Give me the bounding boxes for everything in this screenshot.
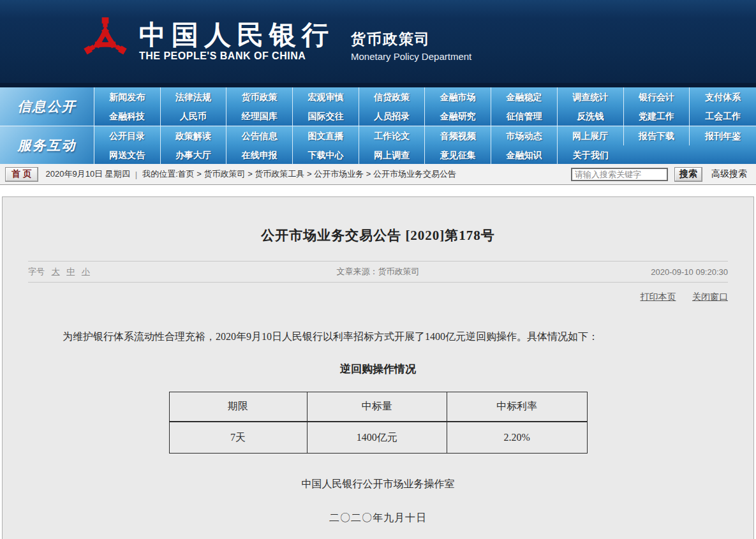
- article-datetime: 2020-09-10 09:20:30: [494, 267, 728, 277]
- table-header-row: 期限 中标量 中标利率: [169, 392, 587, 422]
- nav-item[interactable]: 报告下载: [624, 126, 690, 145]
- article-panel: 公开市场业务交易公告 [2020]第178号 字号 大 中 小 文章来源：货币政…: [2, 196, 754, 539]
- reverse-repo-table: 期限 中标量 中标利率 7天 1400亿元 2.20%: [169, 392, 588, 454]
- nav-section-services: 服务互动 公开目录 政策解读 公告信息 图文直播 工作论文 音频视频 市场动态 …: [0, 126, 756, 164]
- bank-name-en: THE PEOPLE'S BANK OF CHINA: [139, 50, 334, 62]
- site-header: 中国人民银行 THE PEOPLE'S BANK OF CHINA 货币政策司 …: [0, 0, 756, 83]
- article-paragraph: 为维护银行体系流动性合理充裕，2020年9月10日人民银行以利率招标方式开展了1…: [42, 329, 714, 345]
- nav-section-info-disclosure: 信息公开 新闻发布 法律法规 货币政策 宏观审慎 信贷政策 金融市场 金融稳定 …: [0, 87, 756, 126]
- cell-term: 7天: [169, 422, 307, 454]
- cell-rate: 2.20%: [447, 422, 587, 454]
- nav-item[interactable]: 国际交往: [293, 107, 359, 126]
- date-text: 2020年9月10日 星期四: [46, 168, 130, 180]
- nav-item[interactable]: 金融知识: [491, 145, 558, 165]
- table-header-rate: 中标利率: [447, 392, 587, 422]
- nav-item[interactable]: 政策解读: [161, 126, 227, 145]
- table-header-volume: 中标量: [307, 392, 447, 422]
- table-header-term: 期限: [169, 392, 307, 422]
- nav-item[interactable]: 支付体系: [690, 87, 756, 107]
- advanced-search-link[interactable]: 高级搜索: [711, 168, 747, 180]
- nav-label-services[interactable]: 服务互动: [0, 126, 94, 164]
- nav-item[interactable]: 网送文告: [94, 145, 161, 165]
- search-input[interactable]: [571, 168, 668, 181]
- close-window-link[interactable]: 关闭窗口: [692, 292, 728, 302]
- article-signature: 中国人民银行公开市场业务操作室: [3, 478, 753, 491]
- nav-item[interactable]: 金融稳定: [491, 87, 558, 107]
- nav-item[interactable]: 金融市场: [425, 87, 491, 107]
- nav-item[interactable]: 公开目录: [94, 126, 161, 145]
- nav-item[interactable]: 市场动态: [491, 126, 558, 145]
- nav-item[interactable]: 法律法规: [161, 87, 227, 107]
- nav-item[interactable]: 新闻发布: [94, 87, 161, 107]
- table-title: 逆回购操作情况: [3, 362, 753, 376]
- nav-item[interactable]: 工会工作: [690, 107, 756, 126]
- bank-name-cn: 中国人民银行: [139, 21, 334, 49]
- nav-item[interactable]: 在线申报: [226, 145, 293, 165]
- nav-item[interactable]: 下载中心: [293, 145, 359, 165]
- nav-item[interactable]: 征信管理: [491, 107, 558, 126]
- search-button[interactable]: 搜索: [674, 167, 702, 182]
- nav-item[interactable]: 宏观审慎: [293, 87, 359, 107]
- font-size-small-link[interactable]: 小: [82, 267, 90, 276]
- nav-item[interactable]: 关于我们: [558, 145, 624, 165]
- nav-label-info-disclosure[interactable]: 信息公开: [0, 87, 94, 126]
- nav-item[interactable]: 金融研究: [425, 107, 491, 126]
- nav-item[interactable]: 银行会计: [624, 87, 690, 107]
- nav-item[interactable]: 党建工作: [624, 107, 690, 126]
- department-name-cn: 货币政策司: [351, 29, 471, 49]
- nav-item[interactable]: 工作论文: [359, 126, 426, 145]
- nav-item[interactable]: 网上调查: [359, 145, 426, 165]
- page-title: 公开市场业务交易公告 [2020]第178号: [3, 226, 753, 244]
- nav-item[interactable]: 人民币: [161, 107, 227, 126]
- nav-item[interactable]: 报刊年鉴: [690, 126, 756, 145]
- department-name-en: Monetary Policy Department: [351, 51, 471, 62]
- nav-item[interactable]: 音频视频: [425, 126, 491, 145]
- nav-item[interactable]: 金融科技: [94, 107, 161, 126]
- nav-item[interactable]: 调查统计: [558, 87, 624, 107]
- nav-item[interactable]: 人员招录: [359, 107, 426, 126]
- header-divider: [0, 83, 756, 87]
- breadcrumb-toolbar: 首 页 2020年9月10日 星期四 | 我的位置:首页 > 货币政策司 > 货…: [0, 164, 756, 185]
- nav-item[interactable]: 信贷政策: [359, 87, 426, 107]
- toolbar-separator: |: [135, 170, 137, 179]
- font-size-large-link[interactable]: 大: [52, 267, 60, 276]
- print-page-link[interactable]: 打印本页: [641, 292, 676, 302]
- nav-item[interactable]: 反洗钱: [558, 107, 624, 126]
- table-row: 7天 1400亿元 2.20%: [169, 422, 587, 454]
- page-action-links: 打印本页 关闭窗口: [28, 292, 728, 303]
- article-sign-date: 二〇二〇年九月十日: [3, 512, 753, 525]
- breadcrumb: 我的位置:首页 > 货币政策司 > 货币政策工具 > 公开市场业务 > 公开市场…: [142, 168, 456, 180]
- home-button[interactable]: 首 页: [5, 167, 38, 182]
- article-source: 文章来源：货币政策司: [262, 266, 495, 277]
- nav-item[interactable]: 网上展厅: [558, 126, 624, 145]
- nav-item[interactable]: 经理国库: [226, 107, 293, 126]
- font-size-medium-link[interactable]: 中: [66, 267, 75, 276]
- font-size-controls: 字号 大 中 小: [28, 266, 262, 277]
- main-navigation: 信息公开 新闻发布 法律法规 货币政策 宏观审慎 信贷政策 金融市场 金融稳定 …: [0, 87, 756, 164]
- nav-item[interactable]: 公告信息: [226, 126, 293, 145]
- article-meta-row: 字号 大 中 小 文章来源：货币政策司 2020-09-10 09:20:30: [28, 261, 728, 283]
- cell-volume: 1400亿元: [307, 422, 447, 454]
- pboc-logo-icon: [82, 13, 129, 70]
- content-gap: [0, 185, 756, 196]
- nav-item[interactable]: 意见征集: [425, 145, 491, 165]
- nav-item[interactable]: 图文直播: [293, 126, 359, 145]
- font-size-label: 字号: [28, 267, 45, 276]
- nav-item[interactable]: 货币政策: [226, 87, 293, 107]
- nav-item[interactable]: 办事大厅: [161, 145, 227, 165]
